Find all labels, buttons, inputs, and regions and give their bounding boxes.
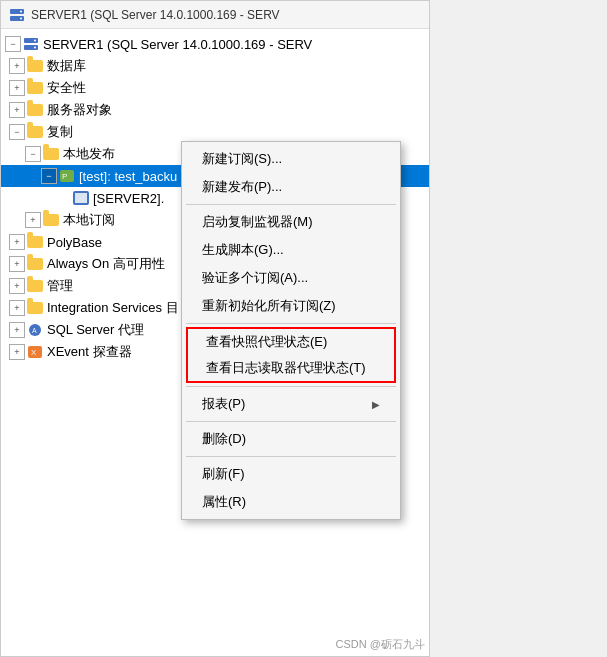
menu-generate-script[interactable]: 生成脚本(G)... [182, 236, 400, 264]
folder-icon-replication [27, 125, 43, 139]
expand-always-on[interactable]: + [9, 256, 25, 272]
title-bar: SERVER1 (SQL Server 14.0.1000.169 - SERV [1, 1, 429, 29]
expand-sql-agent[interactable]: + [9, 322, 25, 338]
expand-security[interactable]: + [9, 80, 25, 96]
watermark: CSDN @砺石九斗 [336, 637, 425, 652]
tree-item-server[interactable]: − SERVER1 (SQL Server 14.0.1000.169 - SE… [1, 33, 429, 55]
xevent-label: XEvent 探查器 [47, 343, 132, 361]
local-sub-label: 本地订阅 [63, 211, 115, 229]
expand-server[interactable]: − [5, 36, 21, 52]
context-menu: 新建订阅(S)... 新建发布(P)... 启动复制监视器(M) 生成脚本(G)… [181, 141, 401, 520]
menu-log-reader-agent-label: 查看日志读取器代理状态(T) [206, 359, 366, 377]
separator-5 [186, 456, 396, 457]
main-panel: SERVER1 (SQL Server 14.0.1000.169 - SERV… [0, 0, 430, 657]
integration-label: Integration Services 目 [47, 299, 179, 317]
menu-log-reader-agent[interactable]: 查看日志读取器代理状态(T) [188, 355, 394, 381]
databases-label: 数据库 [47, 57, 86, 75]
tree-item-server-objects[interactable]: + 服务器对象 [1, 99, 429, 121]
replication-label: 复制 [47, 123, 73, 141]
separator-1 [186, 204, 396, 205]
menu-new-publication[interactable]: 新建发布(P)... [182, 173, 400, 201]
menu-properties[interactable]: 属性(R) [182, 488, 400, 516]
expand-test-pub[interactable]: − [41, 168, 57, 184]
server-objects-label: 服务器对象 [47, 101, 112, 119]
svg-text:A: A [32, 327, 37, 334]
folder-icon-databases [27, 59, 43, 73]
expand-replication[interactable]: − [9, 124, 25, 140]
security-label: 安全性 [47, 79, 86, 97]
menu-properties-label: 属性(R) [202, 493, 246, 511]
expand-local-sub[interactable]: + [25, 212, 41, 228]
menu-generate-script-label: 生成脚本(G)... [202, 241, 284, 259]
expand-databases[interactable]: + [9, 58, 25, 74]
local-pub-label: 本地发布 [63, 145, 115, 163]
server-label: SERVER1 (SQL Server 14.0.1000.169 - SERV [43, 37, 312, 52]
folder-icon-polybase [27, 235, 43, 249]
separator-2 [186, 323, 396, 324]
sql-agent-label: SQL Server 代理 [47, 321, 144, 339]
folder-icon-always-on [27, 257, 43, 271]
publication-icon: P [59, 169, 75, 183]
separator-3 [186, 386, 396, 387]
folder-icon-integration [27, 301, 43, 315]
menu-new-subscription[interactable]: 新建订阅(S)... [182, 145, 400, 173]
folder-icon-security [27, 81, 43, 95]
svg-text:X: X [31, 348, 37, 357]
title-text: SERVER1 (SQL Server 14.0.1000.169 - SERV [31, 8, 280, 22]
agent-icon: A [27, 323, 43, 337]
server2-label: [SERVER2]. [93, 191, 164, 206]
xevent-icon: X [27, 345, 43, 359]
svg-text:P: P [62, 172, 67, 181]
svg-point-6 [34, 40, 36, 42]
svg-point-7 [34, 47, 36, 49]
expand-polybase[interactable]: + [9, 234, 25, 250]
expand-local-pub[interactable]: − [25, 146, 41, 162]
menu-snapshot-agent-label: 查看快照代理状态(E) [206, 333, 327, 351]
menu-delete-label: 删除(D) [202, 430, 246, 448]
menu-refresh-label: 刷新(F) [202, 465, 245, 483]
menu-reinitialize[interactable]: 重新初始化所有订阅(Z) [182, 292, 400, 320]
expand-management[interactable]: + [9, 278, 25, 294]
always-on-label: Always On 高可用性 [47, 255, 165, 273]
folder-icon-local-sub [43, 213, 59, 227]
menu-new-subscription-label: 新建订阅(S)... [202, 150, 282, 168]
menu-delete[interactable]: 删除(D) [182, 425, 400, 453]
tree-item-replication[interactable]: − 复制 [1, 121, 429, 143]
menu-reports[interactable]: 报表(P) ▶ [182, 390, 400, 418]
menu-launch-monitor-label: 启动复制监视器(M) [202, 213, 313, 231]
expand-integration[interactable]: + [9, 300, 25, 316]
menu-snapshot-agent[interactable]: 查看快照代理状态(E) [188, 329, 394, 355]
svg-point-2 [20, 10, 22, 12]
image-icon-server2 [73, 191, 89, 205]
submenu-arrow-icon: ▶ [372, 399, 380, 410]
folder-icon-management [27, 279, 43, 293]
menu-new-publication-label: 新建发布(P)... [202, 178, 282, 196]
svg-point-3 [20, 17, 22, 19]
menu-refresh[interactable]: 刷新(F) [182, 460, 400, 488]
server-icon [9, 7, 25, 23]
test-pub-label: [test]: test_backu [79, 169, 177, 184]
tree-item-security[interactable]: + 安全性 [1, 77, 429, 99]
expand-server-objects[interactable]: + [9, 102, 25, 118]
menu-reinitialize-label: 重新初始化所有订阅(Z) [202, 297, 336, 315]
tree-item-databases[interactable]: + 数据库 [1, 55, 429, 77]
polybase-label: PolyBase [47, 235, 102, 250]
separator-4 [186, 421, 396, 422]
menu-launch-monitor[interactable]: 启动复制监视器(M) [182, 208, 400, 236]
folder-icon-local-pub [43, 147, 59, 161]
menu-validate-subscriptions[interactable]: 验证多个订阅(A)... [182, 264, 400, 292]
menu-validate-subscriptions-label: 验证多个订阅(A)... [202, 269, 308, 287]
menu-reports-label: 报表(P) [202, 395, 245, 413]
expand-xevent[interactable]: + [9, 344, 25, 360]
spacer-server2 [57, 190, 73, 206]
management-label: 管理 [47, 277, 73, 295]
folder-icon-server-objects [27, 103, 43, 117]
server-icon [23, 37, 39, 51]
